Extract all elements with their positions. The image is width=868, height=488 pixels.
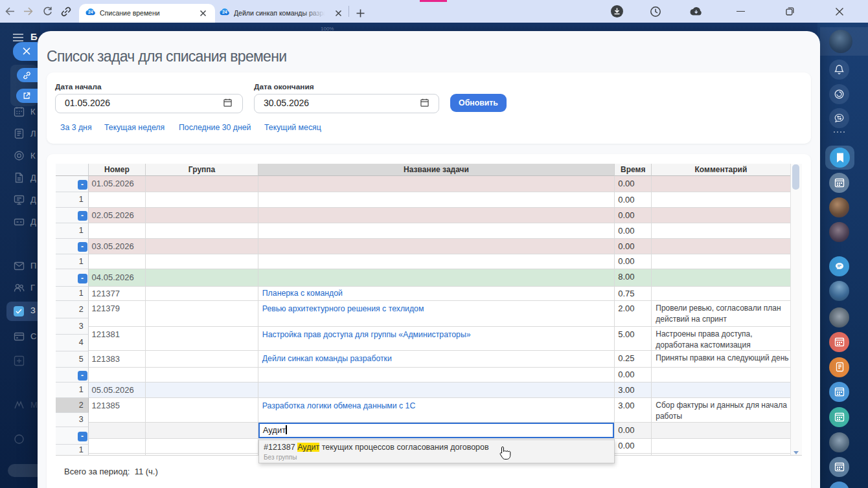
- svg-text:24: 24: [222, 10, 227, 14]
- svg-text:24: 24: [88, 10, 93, 14]
